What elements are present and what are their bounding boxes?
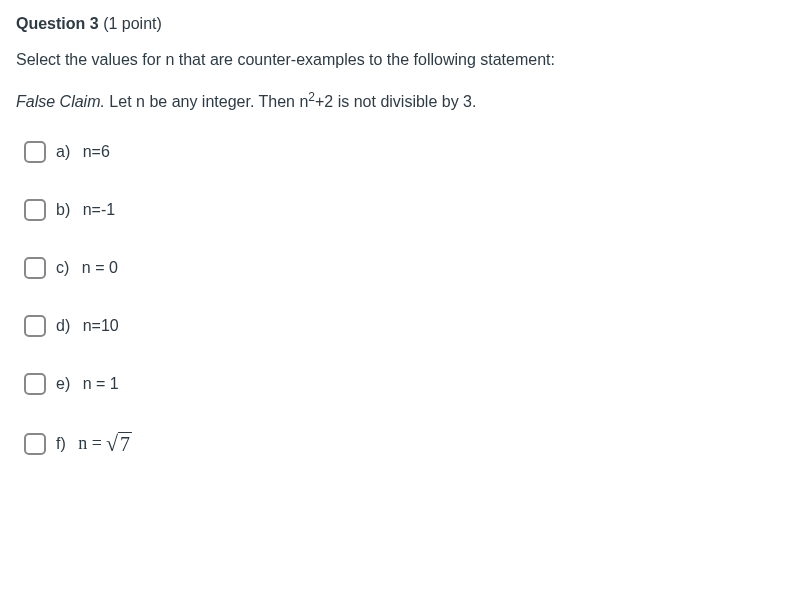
checkbox-e[interactable]: [24, 373, 46, 395]
option-e-label: e) n = 1: [56, 372, 119, 396]
checkbox-c[interactable]: [24, 257, 46, 279]
option-a-label: a) n=6: [56, 140, 110, 164]
claim-label: False Claim.: [16, 93, 105, 110]
option-b: b) n=-1: [24, 198, 770, 222]
option-f-label: f) n = √7: [56, 430, 132, 457]
option-e-text: n = 1: [83, 372, 119, 396]
checkbox-d[interactable]: [24, 315, 46, 337]
option-c-label: c) n = 0: [56, 256, 118, 280]
option-c: c) n = 0: [24, 256, 770, 280]
checkbox-b[interactable]: [24, 199, 46, 221]
question-header: Question 3 (1 point): [16, 12, 770, 36]
option-d-letter: d): [56, 314, 70, 338]
checkbox-a[interactable]: [24, 141, 46, 163]
question-points: (1 point): [103, 15, 162, 32]
option-b-letter: b): [56, 198, 70, 222]
option-c-text: n = 0: [82, 256, 118, 280]
claim-pre: Let n be any integer. Then n: [105, 93, 308, 110]
claim-post: +2 is not divisible by 3.: [315, 93, 476, 110]
option-b-label: b) n=-1: [56, 198, 115, 222]
option-f-lhs: n =: [78, 430, 102, 457]
checkbox-f[interactable]: [24, 433, 46, 455]
question-number: Question 3: [16, 15, 99, 32]
option-e: e) n = 1: [24, 372, 770, 396]
option-d-label: d) n=10: [56, 314, 119, 338]
option-e-letter: e): [56, 372, 70, 396]
claim-line: False Claim. Let n be any integer. Then …: [16, 90, 770, 114]
option-d-text: n=10: [83, 314, 119, 338]
option-a: a) n=6: [24, 140, 770, 164]
radical-symbol: √: [106, 433, 118, 455]
option-b-text: n=-1: [83, 198, 115, 222]
question-prompt: Select the values for n that are counter…: [16, 48, 770, 72]
option-c-letter: c): [56, 256, 69, 280]
option-f-letter: f): [56, 432, 66, 456]
sqrt-icon: √7: [106, 432, 132, 455]
options-list: a) n=6 b) n=-1 c) n = 0 d) n=10 e) n = 1…: [24, 140, 770, 457]
option-a-letter: a): [56, 140, 70, 164]
option-f: f) n = √7: [24, 430, 770, 457]
claim-exponent: 2: [308, 90, 315, 104]
sqrt-argument: 7: [118, 432, 132, 455]
option-d: d) n=10: [24, 314, 770, 338]
option-a-text: n=6: [83, 140, 110, 164]
